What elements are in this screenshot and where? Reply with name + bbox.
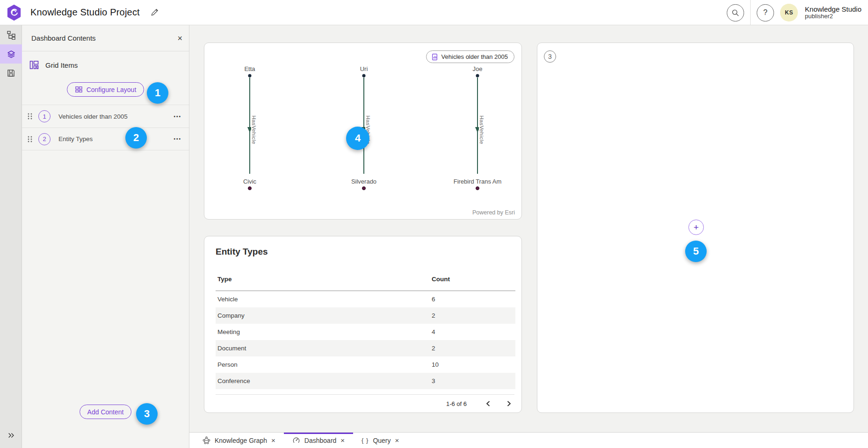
esri-attribution: Powered by Esri: [472, 209, 515, 216]
entity-types-card[interactable]: Entity Types Type Count Vehicle 6 Compan…: [204, 236, 522, 413]
item-overflow-menu-icon[interactable]: •••: [174, 136, 181, 142]
item-label: Vehicles older than 2005: [58, 113, 128, 120]
search-icon: [731, 9, 739, 17]
user-identity[interactable]: Knowledge Studio publisher2: [805, 5, 861, 20]
graph-node-dot[interactable]: [362, 74, 366, 78]
cell-type: Vehicle: [216, 291, 430, 307]
table-row[interactable]: Person 10: [216, 356, 515, 373]
table-row[interactable]: Company 2: [216, 307, 515, 324]
cell-count: 10: [430, 356, 515, 373]
graph-edge-line[interactable]: [477, 78, 478, 174]
grid-item-row-entity-types[interactable]: 2 Entity Types •••: [22, 128, 189, 150]
rail-item-save[interactable]: [0, 64, 22, 83]
table-row[interactable]: Meeting 4: [216, 324, 515, 340]
table-pagination: 1-6 of 6: [216, 394, 514, 412]
graph-node-label[interactable]: Silverado: [351, 178, 376, 185]
column-header-count[interactable]: Count: [430, 270, 515, 291]
grid-item-list: 1 Vehicles older than 2005 ••• 2 Entity …: [22, 105, 189, 150]
item-label: Entity Types: [58, 135, 93, 142]
cell-type: Company: [216, 307, 430, 324]
cell-count: 4: [430, 324, 515, 340]
layers-icon: [7, 50, 16, 59]
graph-edge-line[interactable]: [363, 78, 364, 174]
chevron-left-icon: [485, 401, 491, 406]
close-tab-icon[interactable]: ×: [271, 437, 275, 444]
grid-item-row-vehicles[interactable]: 1 Vehicles older than 2005 •••: [22, 105, 189, 128]
cell-type: Meeting: [216, 324, 430, 340]
drag-handle-icon[interactable]: [26, 113, 34, 120]
add-widget-button[interactable]: +: [688, 220, 704, 235]
grid-items-label: Grid Items: [45, 61, 78, 69]
cell-type: Person: [216, 356, 430, 373]
rail-item-data-model[interactable]: [0, 25, 22, 44]
help-button[interactable]: ?: [757, 4, 774, 21]
graph-node-dot[interactable]: [248, 186, 252, 190]
chevron-right-icon: [506, 401, 512, 406]
graph-node-label[interactable]: Joe: [473, 65, 483, 72]
braces-icon: { }: [362, 437, 369, 444]
table-row[interactable]: Vehicle 6: [216, 291, 515, 307]
graph-edge-label: HasVehicle: [251, 114, 257, 145]
add-content-button[interactable]: Add Content: [80, 405, 132, 419]
chart-source-label: Vehicles older than 2005: [441, 53, 508, 60]
table-row[interactable]: Conference 3: [216, 373, 515, 389]
left-icon-rail: [0, 25, 22, 448]
search-button[interactable]: [727, 4, 744, 21]
user-name: Knowledge Studio: [805, 5, 861, 13]
tab-label: Dashboard: [304, 437, 337, 444]
graph-edge-label: HasVehicle: [479, 114, 485, 145]
cell-count: 2: [430, 340, 515, 356]
graph-node-label[interactable]: Firebird Trans Am: [454, 178, 502, 185]
chart-source-pill[interactable]: Vehicles older than 2005: [426, 50, 514, 63]
close-panel-button[interactable]: ×: [177, 34, 182, 43]
cell-count: 6: [430, 291, 515, 307]
table-row[interactable]: Document 2: [216, 340, 515, 356]
bottom-tab-bar: Knowledge Graph × Dashboard × { } Query …: [189, 432, 868, 448]
next-page-button[interactable]: [504, 399, 514, 408]
double-chevron-right-icon: [7, 432, 15, 439]
panel-title: Dashboard Contents: [31, 34, 96, 42]
link-chart-card[interactable]: Vehicles older than 2005 Etta HasVehicle…: [204, 43, 522, 220]
graph-node-dot[interactable]: [476, 186, 479, 190]
previous-page-button[interactable]: [483, 399, 493, 408]
configure-layout-button[interactable]: Configure Layout: [67, 82, 145, 97]
help-icon: ?: [763, 8, 767, 17]
avatar[interactable]: KS: [780, 4, 798, 21]
card-title: Entity Types: [216, 247, 268, 257]
close-tab-icon[interactable]: ×: [340, 437, 345, 444]
graph-edge-line[interactable]: [249, 78, 250, 174]
rail-item-dashboard-contents[interactable]: [0, 44, 22, 64]
tab-dashboard[interactable]: Dashboard ×: [284, 433, 353, 448]
tab-knowledge-graph[interactable]: Knowledge Graph ×: [194, 433, 284, 448]
dashboard-contents-panel: Dashboard Contents × Grid Items Configur…: [22, 25, 189, 448]
column-header-type[interactable]: Type: [216, 270, 430, 291]
pencil-icon: [150, 8, 159, 17]
expand-rail-button[interactable]: [0, 427, 22, 444]
cell-count: 3: [430, 373, 515, 389]
graph-node-dot[interactable]: [362, 186, 366, 190]
pagination-range: 1-6 of 6: [446, 400, 467, 407]
edit-title-button[interactable]: [150, 8, 159, 17]
step-badge-5: 5: [685, 241, 707, 262]
item-number-badge: 2: [38, 133, 51, 145]
step-badge-1: 1: [147, 82, 168, 104]
graph-node-label[interactable]: Etta: [244, 65, 255, 72]
step-badge-4: 4: [346, 127, 369, 150]
close-tab-icon[interactable]: ×: [395, 437, 399, 444]
graph-node-dot[interactable]: [476, 74, 479, 78]
tab-query[interactable]: { } Query ×: [353, 433, 407, 448]
panel-header: Dashboard Contents ×: [22, 25, 189, 51]
item-overflow-menu-icon[interactable]: •••: [174, 114, 181, 119]
drag-handle-icon[interactable]: [26, 135, 34, 143]
table-header-row: Type Count: [216, 270, 515, 291]
item-number-badge: 1: [38, 110, 51, 122]
page-title: Knowledge Studio Project: [30, 7, 140, 18]
app-logo-icon: [6, 4, 22, 21]
dashboard-gauge-icon: [292, 436, 300, 444]
graph-node-label[interactable]: Civic: [243, 178, 256, 185]
empty-grid-cell[interactable]: 3 + 5: [537, 43, 854, 413]
graph-node-label[interactable]: Uri: [360, 65, 368, 72]
graph-node-dot[interactable]: [248, 74, 252, 78]
grid-layout-icon: [29, 60, 39, 70]
configure-layout-label: Configure Layout: [87, 86, 137, 93]
